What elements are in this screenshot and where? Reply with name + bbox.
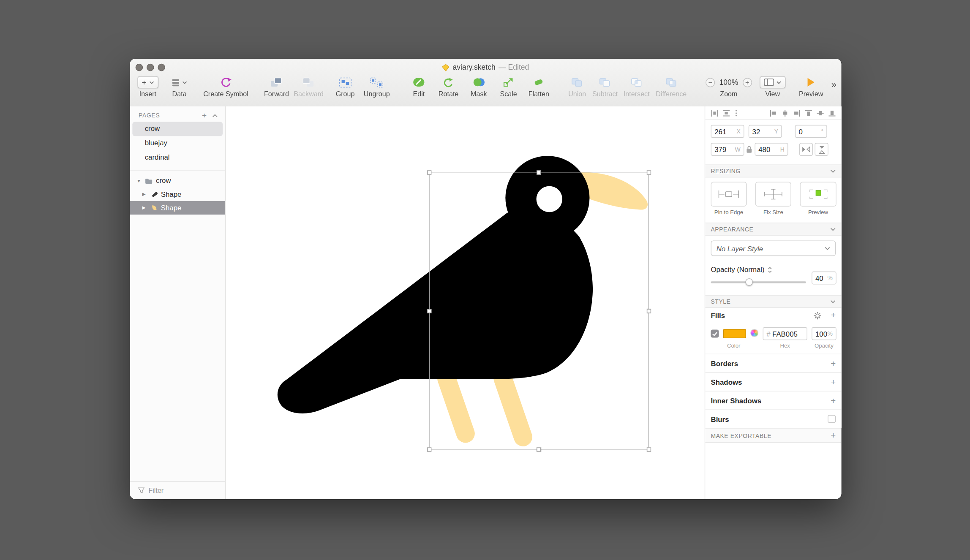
toolbar-overflow-button[interactable]: » [831, 79, 836, 90]
blurs-checkbox[interactable] [828, 415, 836, 423]
fix-size-label: Fix Size [755, 209, 791, 215]
appearance-section-header[interactable]: APPEARANCE [705, 223, 841, 236]
canvas[interactable] [226, 106, 704, 499]
fill-hex-field[interactable]: # FAB005 [763, 327, 807, 340]
inspector-panel: 261X 32Y 0° 379W 480H [705, 106, 842, 499]
toolbar-data-button[interactable]: Data [172, 76, 187, 98]
close-button[interactable] [136, 64, 143, 71]
toolbar-preview-button[interactable]: Preview [799, 76, 823, 98]
difference-icon [666, 78, 677, 87]
selection-handle-e[interactable] [647, 309, 651, 313]
color-picker-icon[interactable] [750, 329, 758, 337]
zoom-in-button[interactable]: + [743, 78, 752, 87]
opacity-slider-knob[interactable] [745, 278, 753, 286]
flip-vertical-button[interactable] [815, 143, 828, 156]
toolbar-group-button[interactable]: Group [336, 76, 355, 98]
disclosure-expanded-icon[interactable]: ▼ [137, 178, 142, 182]
fill-opacity-field[interactable]: 100% [812, 327, 836, 340]
layer-style-dropdown[interactable]: No Layer Style [711, 241, 836, 256]
toolbar-insert-button[interactable]: + Insert [137, 76, 158, 98]
layer-item-shape-2[interactable]: ▶ Shape [130, 201, 226, 215]
pin-to-edge-option[interactable] [711, 182, 747, 207]
selection-handle-s[interactable] [537, 447, 541, 451]
fill-options-gear-icon[interactable] [814, 312, 822, 320]
resizing-section-header[interactable]: RESIZING [705, 165, 841, 178]
zoom-out-button[interactable]: − [706, 78, 715, 87]
selection-handle-se[interactable] [647, 447, 651, 451]
add-inner-shadow-button[interactable]: + [831, 396, 836, 405]
toolbar-subtract-button: Subtract [592, 76, 618, 98]
x-position-field[interactable]: 261X [711, 125, 744, 138]
opacity-label: Opacity (Normal) [711, 266, 764, 274]
add-fill-button[interactable]: + [831, 310, 836, 319]
union-icon [572, 78, 583, 87]
selection-handle-nw[interactable] [427, 170, 431, 174]
chevron-down-icon [777, 81, 782, 84]
shape-thumbnail-icon [150, 190, 158, 198]
layer-group-crow[interactable]: ▼ crow [130, 174, 226, 187]
opacity-value-field[interactable]: 40% [812, 272, 836, 285]
opacity-slider[interactable] [711, 278, 806, 286]
more-options-dots-icon[interactable] [734, 109, 738, 117]
lock-aspect-icon[interactable] [746, 145, 752, 153]
toolbar-mask-button[interactable]: Mask [471, 76, 487, 98]
page-item-cardinal[interactable]: cardinal [132, 150, 223, 165]
selection-handle-sw[interactable] [427, 447, 431, 451]
shape-thumbnail-icon [150, 204, 158, 212]
ungroup-icon [370, 77, 384, 87]
align-middle-vertically-icon[interactable] [817, 109, 824, 117]
width-field[interactable]: 379W [711, 143, 744, 156]
chevron-down-icon [830, 299, 836, 303]
fix-size-option[interactable] [755, 182, 791, 207]
fill-opacity-label: Opacity [807, 343, 841, 349]
selection-handle-w[interactable] [427, 309, 431, 313]
height-field[interactable]: 480H [755, 143, 788, 156]
distribute-vertically-icon[interactable] [722, 109, 730, 117]
toolbar-scale-button[interactable]: Scale [500, 76, 517, 98]
add-page-button[interactable]: + [202, 112, 207, 119]
flip-horizontal-button[interactable] [799, 143, 813, 156]
y-position-field[interactable]: 32Y [749, 125, 782, 138]
selection-handle-ne[interactable] [647, 170, 651, 174]
toolbar-create-symbol-button[interactable]: Create Symbol [203, 76, 248, 98]
toolbar-flatten-button[interactable]: Flatten [529, 76, 549, 98]
blend-mode-stepper-icon[interactable] [768, 266, 772, 273]
toolbar-forward-button[interactable]: Forward [264, 76, 289, 98]
zoom-window-button[interactable] [158, 64, 165, 71]
align-left-icon[interactable] [770, 109, 777, 117]
opacity-slider-track[interactable] [711, 281, 806, 283]
resizing-preview[interactable] [800, 182, 836, 207]
disclosure-collapsed-icon[interactable]: ▶ [142, 205, 147, 210]
pin-to-edge-label: Pin to Edge [711, 209, 747, 215]
toolbar-ungroup-button[interactable]: Ungroup [364, 76, 390, 98]
window-title: aviary.sketch — Edited [241, 59, 730, 76]
align-top-icon[interactable] [805, 109, 812, 117]
add-border-button[interactable]: + [831, 359, 836, 368]
make-exportable-header[interactable]: MAKE EXPORTABLE + [705, 428, 841, 443]
toolbar-rotate-button[interactable]: Rotate [439, 76, 458, 98]
align-center-horizontally-icon[interactable] [781, 109, 789, 117]
create-symbol-icon [220, 77, 232, 88]
distribute-horizontally-icon[interactable] [711, 109, 718, 117]
fill-color-swatch[interactable] [723, 329, 746, 338]
fill-enabled-checkbox[interactable] [711, 329, 719, 337]
resizing-preview-label: Preview [800, 209, 836, 215]
page-item-bluejay[interactable]: bluejay [132, 136, 223, 150]
page-item-crow[interactable]: crow [132, 122, 223, 136]
layer-filter-field[interactable]: Filter [130, 481, 226, 499]
toolbar-edit-button[interactable]: Edit [413, 76, 425, 98]
rotation-field[interactable]: 0° [795, 125, 827, 138]
disclosure-collapsed-icon[interactable]: ▶ [142, 192, 147, 197]
layer-item-shape-1[interactable]: ▶ Shape [130, 188, 226, 201]
align-bottom-icon[interactable] [828, 109, 836, 117]
toolbar-union-button: Union [568, 76, 586, 98]
align-right-icon[interactable] [793, 109, 801, 117]
add-export-button[interactable]: + [831, 431, 836, 440]
selection-handle-n[interactable] [537, 170, 541, 174]
filter-placeholder: Filter [148, 487, 163, 494]
style-section-header[interactable]: STYLE [705, 295, 841, 308]
add-shadow-button[interactable]: + [831, 378, 836, 386]
toolbar-view-button[interactable]: View [760, 76, 786, 98]
minimize-button[interactable] [147, 64, 154, 71]
collapse-pages-icon[interactable] [212, 114, 218, 117]
